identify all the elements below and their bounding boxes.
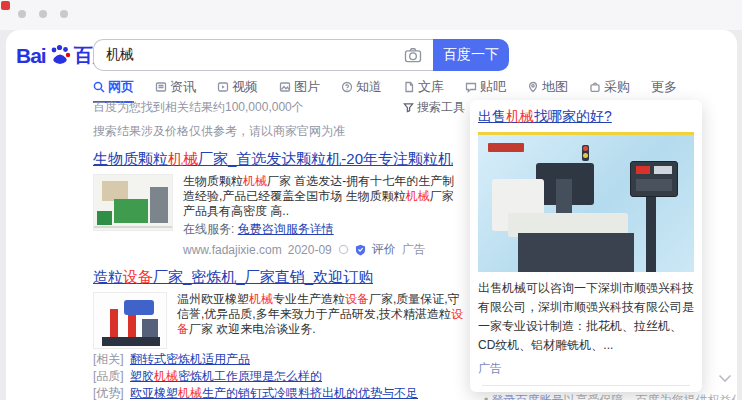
- result-url: www.fadajixie.com: [183, 243, 282, 257]
- result-link[interactable]: 生物质颗粒机械厂家_首选发达颗粒机-20年专注颗粒机: [93, 150, 453, 167]
- bag-icon: [589, 81, 601, 93]
- result-title: 生物质颗粒机械厂家_首选发达颗粒机-20年专注颗粒机: [93, 150, 465, 169]
- tab-label: 地图: [542, 78, 568, 96]
- machine-part: [142, 319, 158, 337]
- related-links: [相关] 翻转式密炼机适用产品 [品质] 塑胶机械密炼机工作原理是怎么样的 [优…: [93, 351, 465, 400]
- tab-tieba[interactable]: 贴吧: [465, 78, 506, 101]
- machine-part: [110, 309, 118, 337]
- guarantee-module: • 登录百度账号以享受保障，百度为您提供权益保障 • 查看《保障服务协议》与免保…: [484, 392, 736, 400]
- window-control-dot[interactable]: [39, 10, 47, 18]
- ad-card-title: 出售机械找哪家的好?: [478, 108, 694, 126]
- browser-titlebar: [0, 0, 742, 30]
- review-link[interactable]: 评价: [372, 241, 396, 258]
- search-button[interactable]: 百度一下: [433, 39, 509, 71]
- recording-indicator-icon: [1, 1, 10, 10]
- machine-part: [518, 233, 634, 272]
- ad-label: 广告: [402, 241, 426, 258]
- tab-label: 视频: [232, 78, 258, 96]
- machine-part: [128, 315, 136, 339]
- window-control-dot[interactable]: [60, 10, 68, 18]
- related-tag: [品质]: [93, 369, 124, 383]
- related-tag: [相关]: [93, 352, 124, 366]
- panel-keys: [636, 179, 672, 191]
- tab-label: 网页: [108, 78, 134, 96]
- window-control-dot[interactable]: [18, 10, 26, 18]
- machine-logo: [488, 143, 524, 152]
- image-icon: [279, 81, 291, 93]
- tab-label: 采购: [604, 78, 630, 96]
- doc-icon: [403, 81, 415, 93]
- ad-card-description: 出售机械可以咨询一下深圳市顺强兴科技有限公司，深圳市顺强兴科技有限公司是一家专业…: [478, 279, 694, 355]
- question-icon: [341, 81, 353, 93]
- card-divider: [482, 385, 690, 386]
- tab-more[interactable]: 更多: [651, 78, 677, 101]
- machine-part: [583, 153, 588, 158]
- results-column: 百度为您找到相关结果约100,000,000个 搜索工具 搜索结果涉及价格仅供参…: [93, 99, 465, 400]
- related-link[interactable]: 欧亚橡塑机械生产的销钉式冷喂料挤出机的优势与不足: [130, 386, 418, 400]
- ad-card: 出售机械找哪家的好? 出售机械可以咨询一下深圳市顺强兴科技有限公司，深圳市顺强兴…: [470, 100, 702, 392]
- camera-icon[interactable]: [403, 45, 423, 65]
- snapshot-icon[interactable]: [338, 244, 349, 255]
- login-link[interactable]: 登录百度账号: [492, 393, 564, 400]
- service-label: 在线服务:: [183, 222, 234, 236]
- machine-part: [94, 226, 173, 228]
- service-link[interactable]: 免费咨询服务详情: [238, 222, 334, 236]
- machine-part: [102, 337, 160, 346]
- machine-part: [124, 300, 154, 315]
- search-tools-button[interactable]: 搜索工具: [403, 99, 465, 116]
- result-link[interactable]: 造粒设备厂家_密炼机_厂家直销_欢迎订购: [93, 268, 373, 285]
- related-row: [品质] 塑胶机械密炼机工作原理是怎么样的: [93, 368, 465, 385]
- result-body: 温州欧亚橡塑机械专业生产造粒设备厂家,质量保证,守信誉,优异品质,多年来致力于产…: [93, 292, 465, 349]
- chevron-down-icon[interactable]: [718, 374, 732, 383]
- ad-card-ad-label[interactable]: 广告: [478, 360, 694, 377]
- paw-icon: [47, 41, 73, 71]
- result-description: 生物质颗粒机械厂家 首选发达-拥有十七年的生产制造经验,产品已经覆盖全国市场 生…: [183, 174, 465, 219]
- related-link[interactable]: 翻转式密炼机适用产品: [130, 352, 250, 366]
- machine-part: [556, 179, 572, 213]
- results-count: 百度为您找到相关结果约100,000,000个: [93, 99, 304, 116]
- machine-part: [150, 187, 168, 223]
- machine-part: [583, 146, 588, 151]
- result-body: 生物质颗粒机械厂家 首选发达-拥有十七年的生产制造经验,产品已经覆盖全国市场 生…: [93, 174, 465, 258]
- panel-screen: [636, 166, 650, 174]
- guarantee-line: • 登录百度账号以享受保障，百度为您提供权益保障: [484, 392, 736, 400]
- tab-label: 图片: [294, 78, 320, 96]
- result-thumbnail[interactable]: [93, 174, 173, 231]
- related-link[interactable]: 塑胶机械密炼机工作原理是怎么样的: [130, 369, 322, 383]
- related-tag: [优势]: [93, 386, 124, 400]
- result-thumbnail[interactable]: [93, 292, 167, 349]
- related-row: [相关] 翻转式密炼机适用产品: [93, 351, 465, 368]
- panel-screen: [654, 166, 672, 174]
- price-disclaimer: 搜索结果涉及价格仅供参考，请以商家官网为准: [93, 123, 465, 140]
- machine-part: [114, 199, 148, 223]
- search-box: [93, 39, 433, 71]
- result-date: 2020-09: [288, 243, 332, 257]
- tab-label: 文库: [418, 78, 444, 96]
- result-title: 造粒设备厂家_密炼机_厂家直销_欢迎订购: [93, 268, 465, 287]
- tab-caigou[interactable]: 采购: [589, 78, 630, 101]
- ad-card-link[interactable]: 出售机械找哪家的好?: [478, 108, 612, 124]
- guarantee-shield-icon[interactable]: [355, 244, 366, 256]
- ad-card-image[interactable]: [478, 132, 694, 272]
- result-description: 温州欧亚橡塑机械专业生产造粒设备厂家,质量保证,守信誉,优异品质,多年来致力于产…: [177, 292, 465, 337]
- machine-part: [646, 193, 656, 272]
- search-input[interactable]: [94, 47, 403, 63]
- tab-label: 知道: [356, 78, 382, 96]
- service-line: 在线服务: 免费咨询服务详情: [183, 221, 465, 238]
- machine-part: [102, 181, 128, 201]
- logo-text-bai: Bai: [16, 44, 46, 68]
- machine-part: [97, 211, 112, 225]
- related-row: [优势] 欧亚橡塑机械生产的销钉式冷喂料挤出机的优势与不足: [93, 385, 465, 400]
- news-icon: [155, 81, 167, 93]
- tab-zhidao[interactable]: 知道: [341, 78, 382, 101]
- location-icon: [527, 81, 539, 93]
- search-tools-label: 搜索工具: [417, 99, 465, 116]
- search-icon: [93, 81, 105, 93]
- video-icon: [217, 81, 229, 93]
- tab-label: 贴吧: [480, 78, 506, 96]
- tab-label: 更多: [651, 78, 677, 96]
- result-meta: www.fadajixie.com 2020-09 评价 广告: [183, 241, 465, 258]
- filter-icon: [403, 102, 414, 113]
- tab-label: 资讯: [170, 78, 196, 96]
- tab-maps[interactable]: 地图: [527, 78, 568, 101]
